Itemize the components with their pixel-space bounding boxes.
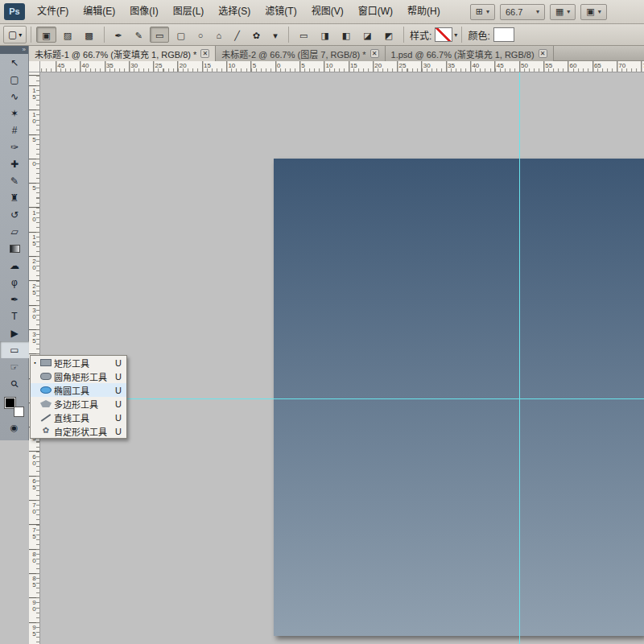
rectangle-tool[interactable]: ▭	[0, 341, 29, 358]
gradient-tool[interactable]	[0, 240, 29, 257]
eraser-tool[interactable]: ▱	[0, 223, 29, 240]
spot-healing-brush-tool[interactable]: ✚	[0, 155, 29, 172]
blur-tool[interactable]: ☁	[0, 257, 29, 274]
flyout-item-rrect[interactable]: 圆角矩形工具U	[31, 369, 126, 383]
lasso-tool-icon: ∿	[10, 92, 19, 101]
separator	[104, 27, 105, 43]
menu-edit[interactable]: 编辑(E)	[76, 0, 122, 23]
pen-tool-icon: ✒	[10, 295, 19, 304]
tab-document-1[interactable]: 未标题-1 @ 66.7% (渐变填充 1, RGB/8) *✕	[29, 46, 216, 61]
flyout-item-label: 直线工具	[54, 411, 111, 424]
flyout-item-line[interactable]: 直线工具U	[31, 411, 126, 424]
paths-button[interactable]: ▨	[58, 27, 77, 43]
tab-document-2[interactable]: 未标题-2 @ 66.7% (图层 7, RGB/8) *✕	[216, 46, 385, 61]
menu-layer[interactable]: 图层(L)	[166, 0, 212, 23]
tab-document-3[interactable]: 1.psd @ 66.7% (渐变填充 1, RGB/8)✕	[386, 46, 554, 61]
view-extras-button[interactable]: ⊞▾	[470, 4, 495, 20]
clone-stamp-tool[interactable]: ♜	[0, 189, 29, 206]
ellipse-tool-icon	[40, 386, 52, 394]
ruler-row: 4540353025201510505101520253035404550556…	[29, 61, 644, 72]
menu-window[interactable]: 窗口(W)	[351, 0, 400, 23]
create-new-shape-layer-button[interactable]: ▭	[294, 27, 313, 43]
horizontal-ruler[interactable]: 4540353025201510505101520253035404550556…	[40, 61, 644, 72]
line-tool-icon	[40, 414, 52, 421]
menu-view[interactable]: 视图(V)	[304, 0, 351, 23]
quick-selection-tool[interactable]: ✶	[0, 105, 29, 122]
lasso-tool[interactable]: ∿	[0, 88, 29, 105]
pen-tool[interactable]: ✒	[0, 291, 29, 308]
pen-tool-button[interactable]: ✒	[109, 27, 128, 43]
flyout-item-shortcut: U	[114, 413, 122, 423]
rounded-rectangle-tool-button[interactable]: ▢	[171, 27, 190, 43]
document-canvas[interactable]	[274, 159, 644, 636]
menu-image[interactable]: 图像(I)	[122, 0, 165, 23]
history-brush-tool-icon: ↺	[10, 210, 19, 220]
create-new-shape-layer-icon: ▭	[299, 31, 308, 40]
subtract-from-shape-area-button[interactable]: ◧	[336, 27, 356, 43]
dodge-tool[interactable]: φ	[0, 274, 29, 291]
flyout-item-label: 圆角矩形工具	[54, 370, 111, 383]
ruler-number: 10	[31, 111, 38, 124]
path-selection-tool[interactable]: ▶	[0, 324, 29, 341]
ruler-number: 60	[570, 62, 577, 69]
screen-mode-button[interactable]: ▣▾	[580, 4, 606, 20]
eyedropper-tool[interactable]: ✑	[0, 138, 29, 155]
crop-tool[interactable]: #	[0, 122, 29, 138]
intersect-shape-areas-button[interactable]: ◪	[357, 27, 377, 43]
shape-layers-button[interactable]: ▣	[36, 27, 56, 43]
chevron-down-icon: ▾	[486, 8, 489, 15]
tool-preset-picker[interactable]: ▢ ▾	[3, 26, 27, 43]
foreground-background-swatches[interactable]	[4, 397, 25, 418]
style-none-swatch[interactable]	[435, 27, 452, 42]
tab-close-icon[interactable]: ✕	[370, 49, 379, 58]
menu-filter[interactable]: 滤镜(T)	[258, 0, 303, 23]
history-brush-tool[interactable]: ↺	[0, 206, 29, 223]
quick-mask-button[interactable]: ◉	[6, 421, 23, 434]
ruler-number: 20	[374, 62, 382, 69]
zoom-tool[interactable]: ⚲	[0, 375, 29, 392]
tab-close-icon[interactable]: ✕	[539, 49, 547, 58]
custom-shape-tool-button[interactable]: ✿	[247, 27, 266, 43]
eraser-tool-icon: ▱	[10, 227, 18, 237]
flyout-item-rect[interactable]: ▪矩形工具U	[31, 356, 126, 369]
flyout-item-custom[interactable]: ✿自定形状工具U	[31, 424, 126, 438]
background-color-swatch[interactable]	[14, 407, 24, 417]
freeform-pen-tool-icon: ✎	[135, 31, 142, 40]
horizontal-type-tool[interactable]: T	[0, 308, 29, 324]
document-area: 未标题-1 @ 66.7% (渐变填充 1, RGB/8) *✕未标题-2 @ …	[29, 46, 644, 644]
move-tool[interactable]: ↖	[0, 54, 29, 71]
rectangle-tool-button[interactable]: ▭	[150, 27, 169, 43]
zoom-level-select[interactable]: 66.7▾	[500, 4, 545, 20]
freeform-pen-tool-button[interactable]: ✎	[130, 27, 148, 43]
chevron-down-icon: ▾	[598, 8, 601, 15]
separator	[403, 27, 404, 43]
style-label: 样式:	[410, 28, 431, 42]
rectangle-tool-icon: ▭	[10, 345, 19, 355]
tab-close-icon[interactable]: ✕	[200, 49, 209, 58]
line-tool-button[interactable]: ╱	[229, 27, 246, 43]
polygon-tool-button[interactable]: ⌂	[210, 27, 227, 43]
ellipse-tool-button[interactable]: ○	[192, 27, 209, 43]
ruler-number: 60	[31, 453, 38, 466]
menu-file[interactable]: 文件(F)	[30, 0, 76, 23]
shape-color-swatch[interactable]	[493, 27, 514, 42]
fill-pixels-button[interactable]: ▩	[79, 27, 98, 43]
add-to-shape-area-button[interactable]: ◨	[315, 27, 334, 43]
chevron-down-icon: ▾	[19, 31, 22, 39]
menu-help[interactable]: 帮助(H)	[400, 0, 448, 23]
ruler-number: 85	[31, 575, 38, 588]
flyout-item-ellipse[interactable]: 椭圆工具U	[31, 383, 126, 397]
exclude-overlapping-shape-areas-button[interactable]: ◩	[379, 27, 398, 43]
photoshop-logo-icon: Ps	[4, 3, 25, 20]
arrange-documents-button[interactable]: ▦▾	[550, 4, 576, 20]
line-tool-icon: ╱	[234, 31, 240, 40]
geometry-options-button[interactable]: ▾	[267, 27, 283, 43]
panel-collapse-icon[interactable]: »	[0, 46, 28, 54]
ruler-number: 35	[106, 62, 114, 69]
flyout-item-poly[interactable]: 多边形工具U	[31, 397, 126, 411]
brush-tool[interactable]: ✎	[0, 172, 29, 189]
flyout-item-label: 椭圆工具	[54, 384, 111, 397]
menu-select[interactable]: 选择(S)	[211, 0, 258, 23]
rectangular-marquee-tool[interactable]: ▢	[0, 71, 29, 88]
hand-tool[interactable]: ☞	[0, 358, 29, 375]
